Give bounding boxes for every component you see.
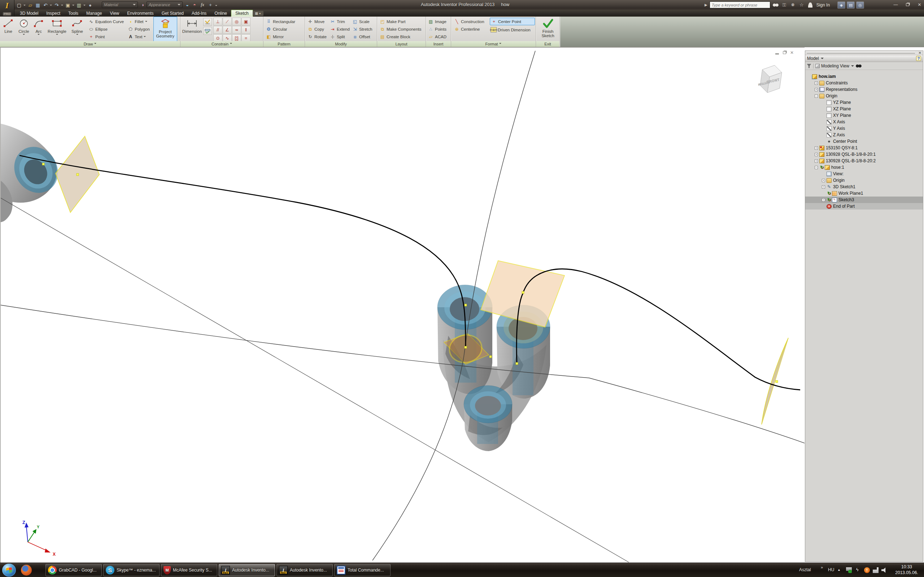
tab-3d-model[interactable]: 3D Model (16, 10, 42, 16)
tree-expander-plus[interactable]: + (815, 147, 818, 150)
driven-dimension-button[interactable]: H⊛HDriven Dimension (490, 26, 535, 34)
spline-button[interactable]: Spline (69, 16, 86, 40)
application-menu-button[interactable]: I PRO (0, 0, 15, 16)
point-button[interactable]: +Point (87, 33, 124, 40)
start-button[interactable] (2, 564, 16, 577)
tree-item-sketch3[interactable]: +↻✎Sketch3 (805, 197, 923, 203)
tree-item-yz-plane[interactable]: YZ Plane (805, 99, 923, 106)
construction-button[interactable]: ╲Construction (453, 18, 490, 25)
collinear-constraint-icon[interactable]: ⟋ (223, 18, 232, 26)
fix-constraint-icon[interactable]: ▣ (241, 18, 250, 26)
perpendicular-constraint-icon[interactable]: ∠ (223, 26, 232, 34)
stretch-button[interactable]: ⇲Stretch (351, 25, 376, 33)
finish-sketch-button[interactable]: Finish Sketch (537, 16, 559, 40)
graphics-viewport[interactable]: FRONT BOTTOM Z Y X ✕ (0, 47, 804, 562)
rotate-button[interactable]: ↻Rotate (307, 33, 329, 40)
sign-in-button[interactable]: Sign In (816, 3, 830, 8)
tab-tools[interactable]: Tools (64, 10, 82, 16)
material-dropdown[interactable]: Material (102, 2, 138, 8)
draw-panel-label[interactable]: Draw (0, 41, 180, 47)
browser-close-icon[interactable]: ✕ (919, 51, 921, 55)
create-block-button[interactable]: ▤Create Block (379, 33, 426, 40)
format-panel-label[interactable]: Format (451, 41, 536, 47)
tree-item-end-of-part[interactable]: ✕End of Part (805, 203, 923, 210)
security-alert-icon[interactable]: ! (864, 567, 870, 573)
appearance-dropdown[interactable]: Appearance (147, 2, 183, 8)
center-point-button[interactable]: +Center Point (490, 18, 535, 25)
acad-button[interactable]: ▱ACAD (427, 33, 451, 40)
image-button[interactable]: ▨Image (427, 18, 451, 25)
equation-curve-button[interactable]: ∿Equation Curve (87, 18, 124, 25)
tree-expander-plus[interactable]: + (822, 198, 825, 201)
circular-pattern-button[interactable]: ❂Circular (265, 25, 305, 33)
new-file-icon[interactable]: ▢ (16, 2, 23, 8)
copy-button[interactable]: ⧉Copy (307, 25, 329, 33)
sketch-points[interactable] (42, 163, 778, 383)
toolbar-chevron[interactable]: » (821, 565, 823, 569)
tree-expander-minus[interactable]: − (815, 95, 818, 98)
clear-appearance-icon[interactable]: ◓ (191, 2, 198, 8)
tree-item-z-axis[interactable]: Z Axis (805, 132, 923, 138)
tab-manage[interactable]: Manage (82, 10, 106, 16)
firefox-pinned-icon[interactable] (21, 565, 32, 575)
new-file-icon-chevron[interactable] (23, 5, 26, 7)
circle-button[interactable]: Circle (16, 16, 32, 40)
tab-add-ins[interactable]: Add-Ins (188, 10, 210, 16)
horizontal-constraint-icon[interactable]: ≂ (232, 26, 241, 34)
split-button[interactable]: -|-Split (329, 33, 351, 40)
tree-item-constraints[interactable]: +Constraints (805, 80, 923, 86)
rectangle-button[interactable]: Rectangle (45, 16, 69, 40)
rectangular-pattern-button[interactable]: ⠿Rectangular (265, 18, 305, 25)
concentric-constraint-icon[interactable]: ◎ (232, 18, 241, 26)
tab-inspect[interactable]: Inspect (42, 10, 64, 16)
communication-center-icon[interactable]: ✵ (790, 2, 796, 8)
tree-expander-minus[interactable]: − (815, 166, 818, 169)
volume-icon[interactable] (881, 567, 887, 573)
paste-icon-chevron[interactable] (72, 5, 74, 7)
exchange-apps-icon[interactable]: ◈ (837, 2, 845, 9)
move-button[interactable]: ✛Move (307, 18, 329, 25)
tree-item-hose-1[interactable]: −↻hose:1 (805, 164, 923, 171)
parallel-constraint-icon[interactable]: // (213, 26, 222, 34)
safely-remove-icon[interactable] (846, 567, 852, 573)
color-wheel-icon[interactable]: ◑ (139, 2, 146, 8)
tree-item-center-point[interactable]: Center Point (805, 138, 923, 145)
language-indicator[interactable]: HU (828, 567, 834, 572)
mirror-button[interactable]: ◧Mirror (265, 33, 305, 40)
tree-item-y-axis[interactable]: Y Axis (805, 125, 923, 132)
tree-item-origin[interactable]: −Origin (805, 93, 923, 99)
add-icon[interactable]: + (207, 2, 214, 8)
window-close-button[interactable]: ✕ (914, 1, 924, 8)
tree-item-xz-plane[interactable]: XZ Plane (805, 106, 923, 112)
taskbar-button-inventor-3[interactable]: IPROAutodesk Invento... (219, 564, 275, 576)
user-person-icon[interactable] (807, 2, 814, 8)
tab-view[interactable]: View (106, 10, 123, 16)
fillet-button[interactable]: ◖Fillet (127, 18, 150, 25)
show-constraints-button[interactable] (203, 27, 212, 35)
tree-expander-plus[interactable]: + (822, 185, 825, 189)
extend-button[interactable]: ⇥Extend (329, 25, 351, 33)
window-restore-button[interactable] (903, 1, 913, 8)
network-icon[interactable] (873, 567, 879, 573)
tree-item-view-[interactable]: View: (805, 171, 923, 177)
scale-button[interactable]: ◱Scale (351, 18, 376, 25)
tree-expander-plus[interactable]: + (815, 160, 818, 163)
points-button[interactable]: ∴Points (427, 25, 451, 33)
centerline-button[interactable]: ⊕Centerline (453, 25, 490, 33)
browser-drag-bar[interactable]: ✕ (805, 51, 923, 55)
view-mode-dropdown[interactable]: Modeling View (815, 63, 849, 69)
subscription-key-icon[interactable]: ⚿ (781, 2, 788, 8)
undo-icon[interactable]: ↶ (42, 2, 49, 8)
document-minimize-button[interactable] (775, 50, 779, 55)
select-window-icon-chevron[interactable] (83, 5, 86, 7)
tree-expander-plus[interactable]: + (822, 179, 825, 182)
view-cube[interactable]: FRONT BOTTOM (758, 65, 782, 93)
tab-environments[interactable]: Environments (123, 10, 157, 16)
parameters-fx-icon[interactable]: fx (199, 2, 206, 8)
ribbon-display-toggle[interactable]: ▦▼ (253, 11, 263, 16)
browser-title[interactable]: Model (807, 56, 819, 61)
community-icon[interactable]: ◎ (856, 2, 864, 9)
tab-get-started[interactable]: Get Started (158, 10, 188, 16)
open-folder-icon[interactable]: ▱ (27, 2, 34, 8)
taskbar-button-tc-5[interactable]: Total Commande... (334, 564, 391, 576)
